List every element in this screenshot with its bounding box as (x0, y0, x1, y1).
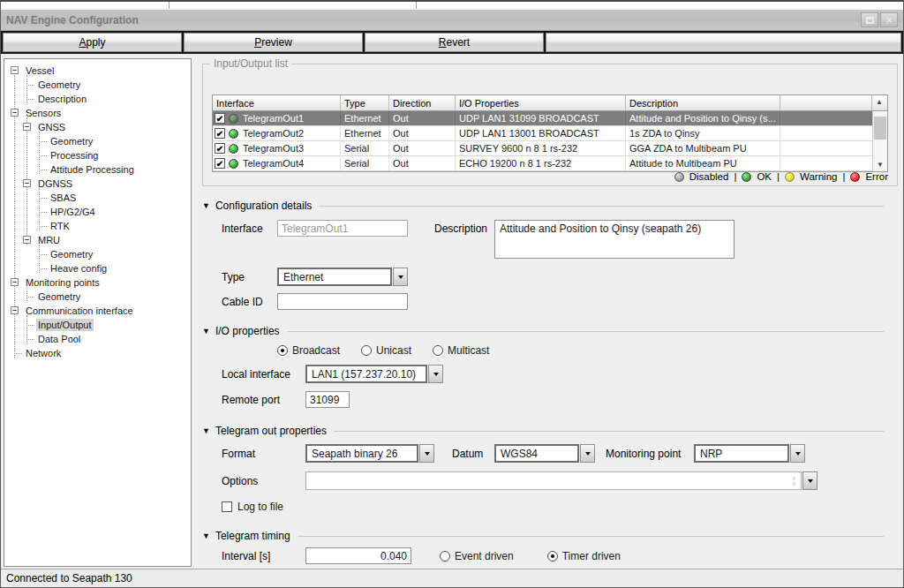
table-row[interactable]: ✔TelegramOut4 Serial Out ECHO 19200 n 8 … (213, 156, 872, 171)
tree-item-mru[interactable]: −MRU (4, 233, 191, 247)
tree-item-gnss[interactable]: −GNSS (4, 120, 191, 134)
table-row[interactable]: ✔TelegramOut3 Serial Out SURVEY 9600 n 8… (213, 141, 872, 156)
radio-icon (440, 551, 450, 562)
column-header-interface[interactable]: Interface (213, 95, 341, 110)
close-icon: × (885, 14, 893, 26)
maximize-button[interactable] (861, 12, 878, 27)
monitoring-point-value: NRP (694, 444, 789, 463)
collapse-triangle-icon[interactable]: ▼ (202, 531, 210, 540)
tree-item-vessel-description[interactable]: Description (4, 92, 191, 106)
scroll-up-icon[interactable]: ▲ (872, 95, 886, 109)
type-select[interactable]: Ethernet (277, 268, 408, 286)
dropdown-button[interactable] (393, 268, 408, 286)
dropdown-button[interactable] (419, 444, 434, 463)
monitoring-point-select[interactable]: NRP (694, 444, 805, 463)
table-scrollbar[interactable]: ▼ (872, 111, 887, 171)
format-select[interactable]: Seapath binary 26 (305, 444, 434, 463)
warning-status-icon (785, 172, 795, 182)
table-row[interactable]: ✔TelegramOut1 Ethernet Out UDP LAN1 3109… (213, 111, 872, 126)
dropdown-button[interactable] (790, 444, 805, 463)
tree-stub (39, 212, 47, 213)
collapse-triangle-icon[interactable]: ▼ (202, 426, 210, 435)
tree-item-sensors[interactable]: −Sensors (4, 106, 191, 120)
row-enabled-checkbox[interactable]: ✔ (215, 158, 225, 169)
remote-port-field[interactable]: 31099 (305, 391, 350, 408)
type-cell: Serial (341, 156, 389, 170)
row-enabled-checkbox[interactable]: ✔ (215, 128, 225, 139)
datum-select[interactable]: WGS84 (494, 444, 595, 463)
tree-item-vessel-geometry[interactable]: Geometry (4, 78, 191, 92)
section-title: Telegram timing (215, 530, 290, 542)
tree-item-network[interactable]: Network (4, 346, 191, 360)
local-interface-select[interactable]: LAN1 (157.237.20.10) (305, 365, 443, 383)
collapse-box-icon[interactable]: − (11, 66, 19, 74)
tree-item-vessel[interactable]: −Vessel (4, 64, 191, 78)
preview-button[interactable]: Preview (184, 33, 363, 52)
column-header-io-properties[interactable]: I/O Properties (456, 95, 626, 110)
tree-stub (39, 226, 47, 227)
collapse-triangle-icon[interactable]: ▼ (202, 327, 210, 335)
tree-item-communication-interface[interactable]: −Communication interface (4, 304, 191, 318)
tree-item-monitoring-points[interactable]: −Monitoring points (4, 275, 191, 290)
interval-field[interactable]: 0.040 (305, 547, 411, 564)
collapse-box-icon[interactable]: − (11, 278, 19, 286)
telegram-timing-section: ▼ Telegram timing Interval [s] 0.040 Eve… (202, 530, 884, 564)
empty-cell (780, 111, 872, 125)
multicast-radio[interactable]: Multicast (433, 344, 489, 357)
description-field[interactable]: Attitude and Position to Qinsy (seapath … (494, 220, 734, 259)
collapse-box-icon[interactable]: − (23, 123, 31, 131)
cable-id-field[interactable] (277, 293, 408, 310)
log-to-file-checkbox[interactable]: Log to file (222, 501, 283, 513)
tree-item-dgnss[interactable]: −DGNSS (4, 177, 191, 191)
column-header-direction[interactable]: Direction (389, 95, 456, 110)
section-header: ▼ I/O properties (202, 325, 884, 337)
tree-item-attitude-processing[interactable]: Attitude Processing (4, 162, 191, 177)
revert-button[interactable]: Revert (365, 33, 544, 52)
scrollbar-thumb[interactable] (874, 117, 886, 139)
collapse-box-icon[interactable]: − (11, 306, 19, 314)
description-field-label: Description (434, 222, 494, 235)
spinner-icon[interactable]: ∧∨ (792, 476, 796, 486)
tree-item-mru-geometry[interactable]: Geometry (4, 247, 191, 261)
chevron-down-icon (808, 479, 813, 486)
broadcast-radio[interactable]: Broadcast (277, 344, 340, 357)
close-button[interactable]: × (880, 12, 898, 27)
apply-button[interactable]: Apply (3, 33, 182, 52)
collapse-box-icon[interactable]: − (23, 236, 31, 244)
tree-stub (39, 198, 47, 199)
timer-driven-label: Timer driven (562, 550, 621, 562)
column-header-type[interactable]: Type (341, 95, 389, 110)
event-driven-radio[interactable]: Event driven (440, 550, 514, 562)
tree-item-sbas[interactable]: SBAS (4, 191, 191, 205)
tree-item-hp-g2-g4[interactable]: HP/G2/G4 (4, 205, 191, 219)
options-combo[interactable]: ∧∨ (305, 471, 817, 490)
tree-item-gnss-processing[interactable]: Processing (4, 148, 191, 162)
dropdown-button[interactable] (580, 444, 595, 463)
tree-item-input-output[interactable]: Input/Output (4, 318, 191, 332)
row-enabled-checkbox[interactable]: ✔ (215, 143, 225, 154)
chevron-down-icon (795, 452, 801, 458)
scroll-down-icon[interactable]: ▼ (873, 158, 887, 171)
input-output-list-groupbox: Input/Output list Interface Type Directi… (202, 64, 898, 186)
collapse-box-icon[interactable]: − (11, 109, 19, 117)
io-table: Interface Type Direction I/O Properties … (212, 94, 888, 172)
unicast-radio[interactable]: Unicast (361, 344, 411, 357)
title-bar: NAV Engine Configuration × (1, 10, 903, 31)
dropdown-button[interactable] (802, 471, 817, 490)
timer-driven-radio[interactable]: Timer driven (547, 550, 621, 562)
column-header-description[interactable]: Description (626, 95, 780, 110)
tree-item-label: Attitude Processing (49, 163, 136, 176)
collapse-box-icon[interactable]: − (23, 179, 31, 187)
table-row[interactable]: ✔TelegramOut2 Ethernet Out UDP LAN1 1300… (213, 126, 872, 141)
tree-stub (26, 325, 34, 326)
tree-item-heave-config[interactable]: Heave config (4, 261, 191, 275)
dropdown-button[interactable] (428, 365, 443, 383)
collapse-triangle-icon[interactable]: ▼ (202, 201, 210, 210)
section-title: Configuration details (215, 200, 312, 212)
row-enabled-checkbox[interactable]: ✔ (215, 113, 225, 124)
tree-item-rtk[interactable]: RTK (4, 219, 191, 233)
tree-item-data-pool[interactable]: Data Pool (4, 332, 191, 346)
maximize-icon (866, 17, 874, 24)
tree-item-monitoring-geometry[interactable]: Geometry (4, 290, 191, 304)
tree-item-gnss-geometry[interactable]: Geometry (4, 134, 191, 148)
